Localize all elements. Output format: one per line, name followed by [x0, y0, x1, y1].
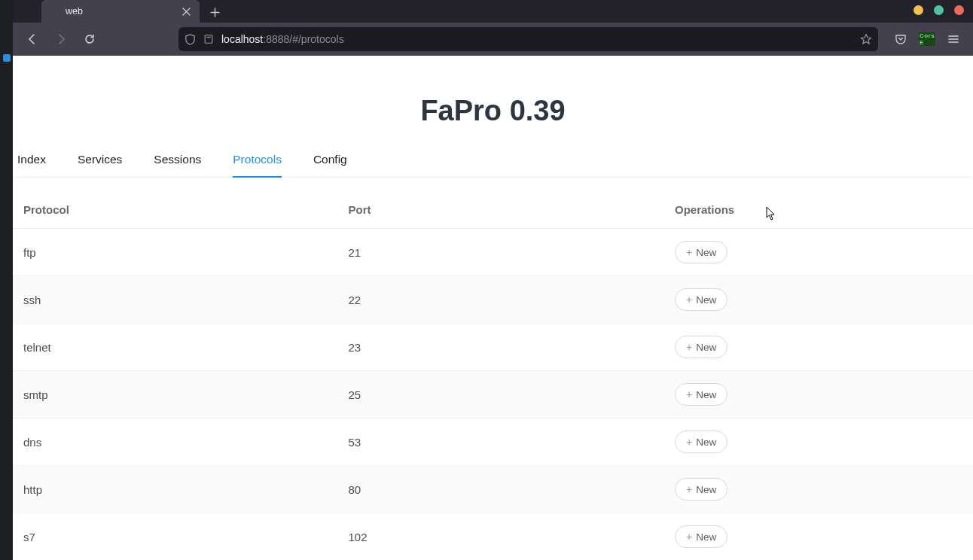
cell-port: 23: [340, 324, 666, 371]
page-title: FaPro 0.39: [13, 56, 973, 153]
nav-reload-button[interactable]: [78, 27, 102, 51]
table-row: ftp21+New: [13, 229, 973, 276]
cell-protocol: ssh: [13, 276, 340, 324]
protocols-table: Protocol Port Operations ftp21+Newssh22+…: [13, 191, 973, 560]
cell-operations: +New: [666, 324, 973, 371]
window-maximize[interactable]: [934, 5, 944, 15]
col-port: Port: [340, 191, 666, 229]
nav-tabs: Index Services Sessions Protocols Config: [14, 153, 971, 178]
col-operations: Operations: [666, 191, 973, 229]
page-scroll[interactable]: FaPro 0.39 Index Services Sessions Proto…: [13, 56, 973, 560]
extension-badge[interactable]: CorsE: [919, 32, 935, 46]
cell-port: 22: [340, 276, 666, 324]
cell-port: 25: [340, 371, 666, 418]
new-button-label: New: [696, 342, 716, 353]
table-row: http80+New: [13, 466, 973, 513]
tab-index[interactable]: Index: [17, 153, 46, 177]
tab-protocols[interactable]: Protocols: [233, 153, 282, 177]
bookmark-star-icon[interactable]: [860, 33, 872, 45]
table-header-row: Protocol Port Operations: [13, 191, 973, 229]
site-info-icon[interactable]: [203, 34, 214, 44]
new-button-label: New: [696, 437, 716, 448]
nav-back-button[interactable]: [20, 27, 44, 51]
nav-forward-button[interactable]: [49, 27, 73, 51]
cell-operations: +New: [666, 466, 973, 513]
plus-icon: +: [686, 531, 692, 542]
cell-protocol: telnet: [13, 324, 340, 371]
browser-window: web: [0, 0, 973, 560]
cell-port: 102: [340, 513, 666, 561]
tab-services[interactable]: Services: [78, 153, 122, 177]
window-controls: [914, 5, 964, 15]
browser-chrome: web: [13, 0, 973, 56]
new-button[interactable]: +New: [675, 336, 727, 358]
page-content: FaPro 0.39 Index Services Sessions Proto…: [13, 56, 973, 560]
tab-config[interactable]: Config: [313, 153, 347, 177]
pocket-icon[interactable]: [889, 27, 913, 51]
table-row: telnet23+New: [13, 324, 973, 371]
new-button-label: New: [696, 484, 716, 495]
table-row: smtp25+New: [13, 371, 973, 418]
new-button[interactable]: +New: [675, 383, 727, 406]
tab-favicon: [49, 6, 59, 17]
cell-protocol: dns: [13, 418, 340, 466]
tab-close-icon[interactable]: [180, 5, 192, 17]
background-app-sliver: [0, 0, 13, 560]
cell-protocol: smtp: [13, 371, 340, 418]
plus-icon: +: [686, 294, 692, 305]
plus-icon: +: [686, 437, 692, 447]
tab-title: web: [66, 6, 174, 17]
window-minimize[interactable]: [914, 5, 923, 15]
browser-toolbar: localhost:8888/#/protocols CorsE: [13, 23, 973, 56]
table-row: dns53+New: [13, 418, 973, 466]
new-button-label: New: [696, 294, 716, 306]
new-button[interactable]: +New: [675, 478, 727, 501]
browser-tab[interactable]: web: [41, 0, 200, 23]
url-bar[interactable]: localhost:8888/#/protocols: [178, 27, 878, 51]
cell-operations: +New: [666, 513, 973, 561]
cell-port: 53: [340, 418, 666, 466]
cell-protocol: http: [13, 466, 340, 513]
page-viewport: FaPro 0.39 Index Services Sessions Proto…: [13, 56, 973, 560]
plus-icon: +: [686, 389, 692, 400]
cell-port: 21: [340, 229, 666, 276]
plus-icon: +: [686, 247, 692, 257]
cell-port: 80: [340, 466, 666, 513]
new-button[interactable]: +New: [675, 288, 727, 311]
new-button-label: New: [696, 531, 716, 543]
svg-rect-0: [205, 35, 212, 44]
cell-operations: +New: [666, 418, 973, 466]
plus-icon: +: [686, 342, 692, 352]
cell-operations: +New: [666, 229, 973, 276]
new-tab-button[interactable]: [204, 2, 225, 23]
url-text: localhost:8888/#/protocols: [221, 33, 344, 45]
new-button-label: New: [696, 389, 716, 400]
toolbar-right: CorsE: [889, 27, 965, 51]
new-button[interactable]: +New: [675, 525, 727, 548]
tab-sessions[interactable]: Sessions: [154, 153, 201, 177]
window-close[interactable]: [954, 5, 964, 15]
tracking-shield-icon[interactable]: [185, 34, 196, 45]
cell-protocol: s7: [13, 513, 340, 561]
hamburger-menu-icon[interactable]: [941, 27, 965, 51]
new-button[interactable]: +New: [675, 431, 727, 453]
url-path: :8888/#/protocols: [263, 33, 343, 45]
new-button-label: New: [696, 247, 716, 258]
table-row: s7102+New: [13, 513, 973, 561]
cell-operations: +New: [666, 276, 973, 324]
col-protocol: Protocol: [13, 191, 340, 229]
cell-operations: +New: [666, 371, 973, 418]
background-app-icon: [3, 54, 11, 62]
table-row: ssh22+New: [13, 276, 973, 324]
url-host: localhost: [221, 33, 263, 45]
plus-icon: +: [686, 484, 692, 495]
tab-bar: web: [13, 0, 973, 23]
new-button[interactable]: +New: [675, 241, 727, 263]
cell-protocol: ftp: [13, 229, 340, 276]
